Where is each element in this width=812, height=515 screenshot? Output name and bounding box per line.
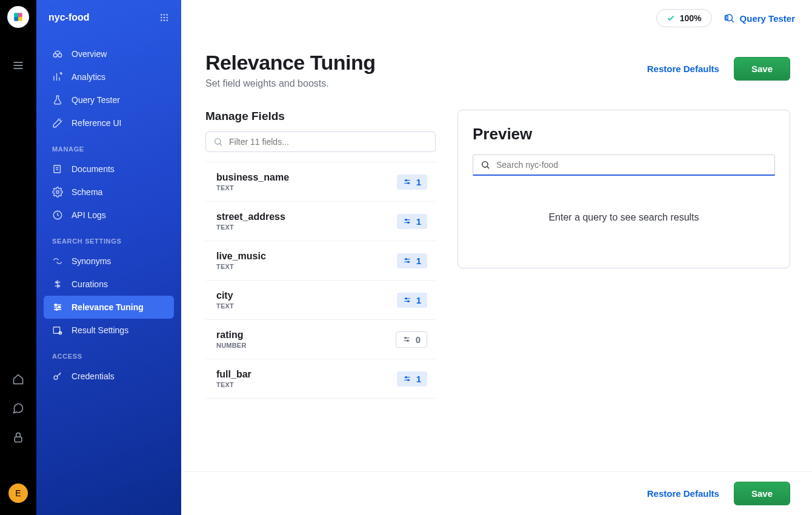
search-icon — [213, 137, 223, 147]
weight-value: 1 — [416, 374, 421, 384]
sidebar-item-result-settings[interactable]: Result Settings — [44, 319, 174, 342]
restore-defaults-button-footer[interactable]: Restore Defaults — [647, 488, 719, 499]
svg-line-41 — [220, 144, 222, 145]
avatar[interactable]: E — [8, 483, 28, 503]
home-icon[interactable] — [11, 372, 25, 387]
svg-point-5 — [164, 14, 165, 16]
preview-search-box[interactable] — [473, 154, 775, 176]
logo[interactable] — [7, 6, 29, 28]
lock-icon[interactable] — [11, 430, 25, 445]
svg-point-64 — [405, 377, 407, 378]
gear-icon — [52, 187, 63, 198]
apps-grid-icon[interactable] — [159, 13, 169, 22]
svg-point-12 — [166, 19, 168, 21]
curations-icon — [52, 279, 63, 290]
save-button-footer[interactable]: Save — [734, 482, 790, 505]
wand-icon — [52, 118, 63, 128]
sidebar-item-credentials[interactable]: Credentials — [44, 365, 174, 388]
field-row[interactable]: business_nameTEXT1 — [205, 162, 436, 202]
svg-point-56 — [405, 298, 407, 299]
sliders-icon — [403, 374, 411, 383]
index-progress-pill[interactable]: 100% — [656, 9, 712, 27]
filter-fields-box[interactable] — [205, 131, 436, 152]
sidebar-group-label: SEARCH SETTINGS — [44, 227, 174, 250]
filter-fields-input[interactable] — [229, 137, 428, 147]
manage-fields-column: Manage Fields business_nameTEXT1street_a… — [205, 110, 436, 399]
field-row[interactable]: ratingNUMBER0 — [205, 320, 436, 359]
sidebar-item-reference-ui[interactable]: Reference UI — [44, 111, 174, 135]
clock-icon — [52, 210, 63, 221]
field-name: street_address — [216, 211, 285, 222]
analytics-icon — [52, 71, 63, 82]
weight-badge[interactable]: 1 — [397, 293, 427, 308]
svg-rect-3 — [15, 437, 22, 442]
svg-rect-18 — [54, 165, 61, 173]
sidebar-item-label: Analytics — [72, 72, 105, 82]
field-type: TEXT — [216, 184, 289, 191]
svg-point-45 — [407, 182, 408, 184]
topbar: 100% Query Tester — [181, 0, 812, 36]
sidebar-item-curations[interactable]: Curations — [44, 273, 174, 296]
query-tester-icon — [724, 13, 735, 24]
field-row[interactable]: full_barTEXT1 — [205, 359, 436, 399]
svg-point-31 — [55, 304, 57, 306]
sidebar-item-label: API Logs — [72, 210, 106, 220]
weight-badge[interactable]: 1 — [397, 371, 427, 387]
save-button[interactable]: Save — [734, 57, 790, 81]
hamburger-icon[interactable] — [11, 58, 25, 73]
binoculars-icon — [52, 48, 63, 59]
sliders-icon — [52, 302, 63, 313]
sidebar-item-schema[interactable]: Schema — [44, 181, 174, 204]
svg-point-53 — [407, 261, 408, 262]
svg-point-14 — [58, 53, 62, 57]
weight-badge[interactable]: 0 — [396, 331, 427, 348]
sidebar-item-label: Synonyms — [72, 256, 111, 266]
weight-badge[interactable]: 1 — [397, 174, 427, 190]
sidebar-item-analytics[interactable]: Analytics — [44, 65, 174, 88]
documents-icon — [52, 164, 63, 174]
svg-point-44 — [405, 180, 407, 181]
svg-line-39 — [731, 20, 734, 22]
svg-point-4 — [161, 14, 162, 16]
footer-actions: Restore Defaults Save — [181, 471, 812, 515]
restore-defaults-button[interactable]: Restore Defaults — [647, 64, 719, 74]
search-icon — [481, 160, 490, 170]
flask-icon — [52, 95, 63, 105]
sidebar-item-documents[interactable]: Documents — [44, 158, 174, 181]
main: 100% Query Tester Relevance Tuning Set f… — [181, 0, 812, 515]
sidebar-item-label: Relevance Tuning — [72, 302, 144, 312]
field-type: TEXT — [216, 302, 234, 310]
svg-point-13 — [53, 53, 57, 57]
weight-value: 1 — [416, 256, 421, 266]
field-name: live_music — [216, 251, 266, 262]
query-tester-link[interactable]: Query Tester — [724, 13, 795, 24]
preview-search-input[interactable] — [496, 160, 767, 170]
sidebar-item-label: Documents — [72, 164, 115, 174]
svg-point-61 — [407, 340, 408, 341]
preview-column: Preview Enter a query to see search resu… — [458, 110, 790, 268]
sidebar-group-label: MANAGE — [44, 135, 174, 158]
sidebar-item-label: Curations — [72, 279, 108, 289]
sidebar-item-relevance-tuning[interactable]: Relevance Tuning — [44, 296, 174, 319]
chat-icon[interactable] — [11, 401, 25, 416]
field-row[interactable]: live_musicTEXT1 — [205, 241, 436, 281]
result-icon — [52, 325, 63, 336]
field-row[interactable]: cityTEXT1 — [205, 281, 436, 320]
weight-badge[interactable]: 1 — [397, 253, 427, 268]
svg-point-21 — [56, 191, 59, 194]
sidebar-item-label: Overview — [72, 49, 107, 59]
sidebar-item-synonyms[interactable]: Synonyms — [44, 250, 174, 273]
sidebar-item-overview[interactable]: Overview — [44, 42, 174, 65]
preview-card: Preview Enter a query to see search resu… — [458, 110, 790, 268]
key-icon — [52, 371, 63, 382]
sidebar-item-query-tester[interactable]: Query Tester — [44, 88, 174, 111]
synonyms-icon — [52, 256, 63, 267]
field-row[interactable]: street_addressTEXT1 — [205, 202, 436, 241]
weight-badge[interactable]: 1 — [397, 214, 427, 229]
sidebar-item-api-logs[interactable]: API Logs — [44, 204, 174, 227]
preview-heading: Preview — [473, 125, 775, 144]
sidebar-item-label: Credentials — [72, 371, 115, 381]
sidebar-item-label: Query Tester — [72, 95, 120, 105]
svg-point-48 — [405, 219, 407, 221]
weight-value: 1 — [416, 177, 421, 187]
